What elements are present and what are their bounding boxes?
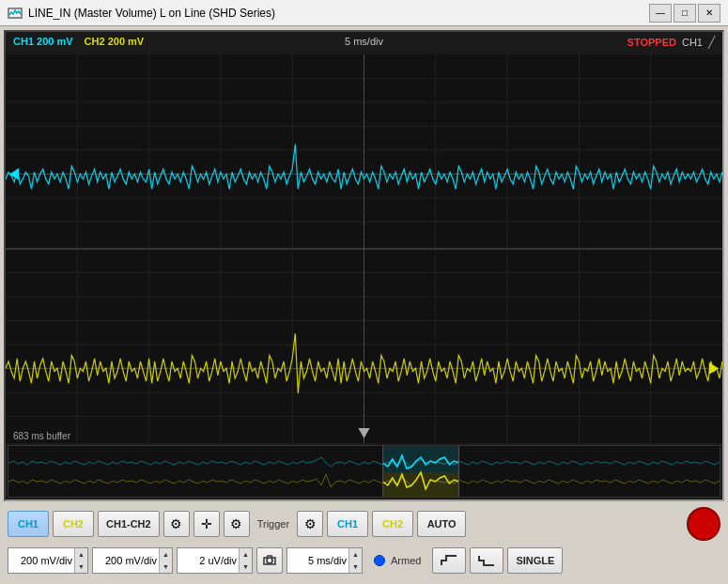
- settings-button[interactable]: ⚙: [163, 511, 190, 537]
- trigger-gear-icon: ⚙: [304, 516, 317, 531]
- close-button[interactable]: ✕: [698, 4, 720, 23]
- ch2-div-spinbox: ▲ ▼: [92, 547, 173, 574]
- controls-row2: ▲ ▼ ▲ ▼ ▲ ▼: [4, 546, 724, 576]
- svg-rect-32: [383, 472, 459, 498]
- ms-div-down[interactable]: ▼: [349, 561, 362, 573]
- armed-text: Armed: [391, 555, 421, 566]
- ms-div-up[interactable]: ▲: [349, 548, 362, 561]
- ms-div-arrows: ▲ ▼: [349, 548, 362, 573]
- app-icon: [8, 6, 23, 21]
- ch1-div-up[interactable]: ▲: [75, 548, 87, 561]
- scope-display: CH1 200 mV CH2 200 mV 5 ms/div STOPPED C…: [4, 30, 724, 501]
- buffer-label: 683 ms buffer: [13, 431, 70, 441]
- ch2-button[interactable]: CH2: [53, 511, 94, 537]
- camera-icon: [262, 552, 277, 570]
- time-div-down[interactable]: ▼: [240, 561, 252, 573]
- time-div-label: 5 ms/div: [345, 36, 383, 47]
- ms-div-input[interactable]: [287, 548, 349, 573]
- armed-dot: [374, 555, 385, 566]
- maximize-button[interactable]: □: [674, 4, 696, 23]
- ch1-button[interactable]: CH1: [8, 511, 49, 537]
- gear2-icon: ⚙: [230, 516, 242, 531]
- ch2-div-input[interactable]: [93, 548, 159, 573]
- title-bar: LINE_IN (Master Volume) L on Line (SHD S…: [0, 0, 728, 26]
- trigger-indicator: ╱: [708, 36, 715, 49]
- falling-edge-button[interactable]: [470, 547, 503, 574]
- window-title: LINE_IN (Master Volume) L on Line (SHD S…: [28, 7, 649, 20]
- ch1-div-spinbox: ▲ ▼: [8, 547, 88, 574]
- channel-labels: CH1 200 mV CH2 200 mV: [13, 36, 144, 47]
- status-labels: STOPPED CH1 ╱: [627, 36, 715, 49]
- ch2-div-arrows: ▲ ▼: [159, 548, 172, 573]
- svg-point-35: [267, 558, 272, 563]
- trigger-label: Trigger: [254, 518, 293, 530]
- mini-overview: [8, 445, 720, 498]
- waveform-area: [6, 54, 722, 443]
- ch1-trigger-button[interactable]: CH1: [327, 511, 368, 537]
- settings2-button[interactable]: ⚙: [224, 511, 250, 537]
- armed-indicator: Armed: [366, 555, 428, 566]
- camera-button[interactable]: [256, 547, 283, 574]
- time-div-arrows: ▲ ▼: [239, 548, 252, 573]
- ch2-trigger-button[interactable]: CH2: [372, 511, 413, 537]
- time-div-input[interactable]: [178, 548, 239, 573]
- record-button[interactable]: [687, 507, 720, 541]
- time-div-up[interactable]: ▲: [240, 548, 252, 561]
- buffer-info: 683 ms buffer: [13, 431, 70, 441]
- ch1-div-input[interactable]: [8, 548, 74, 573]
- trigger-settings-button[interactable]: ⚙: [297, 511, 323, 537]
- ch2-div-up[interactable]: ▲: [160, 548, 172, 561]
- ms-div-spinbox: ▲ ▼: [287, 547, 363, 574]
- ch2-div-down[interactable]: ▼: [160, 561, 172, 573]
- controls-row1: CH1 CH2 CH1-CH2 ⚙ ✛ ⚙ Trigger ⚙ CH1 CH2 …: [4, 505, 724, 543]
- ch1-label: CH1 200 mV: [13, 36, 73, 47]
- svg-rect-30: [8, 446, 720, 498]
- crosshair-icon: ✛: [201, 516, 212, 531]
- ch1-div-arrows: ▲ ▼: [74, 548, 87, 573]
- rising-edge-button[interactable]: [432, 547, 466, 574]
- time-div-spinbox: ▲ ▼: [177, 547, 253, 574]
- main-content: CH1 200 mV CH2 200 mV 5 ms/div STOPPED C…: [0, 26, 728, 584]
- gear-icon: ⚙: [170, 516, 182, 531]
- scope-grid: [6, 54, 722, 443]
- controls-bar: CH1 CH2 CH1-CH2 ⚙ ✛ ⚙ Trigger ⚙ CH1 CH2 …: [4, 505, 724, 580]
- window-controls: — □ ✕: [649, 4, 720, 23]
- stopped-label: STOPPED: [627, 37, 676, 48]
- ch1-status-label: CH1: [682, 37, 703, 48]
- ch1-ch2-button[interactable]: CH1-CH2: [98, 511, 160, 537]
- single-button[interactable]: SINGLE: [507, 547, 563, 574]
- ch2-label: CH2 200 mV: [85, 36, 145, 47]
- svg-rect-31: [383, 446, 459, 472]
- ch1-div-down[interactable]: ▼: [75, 561, 87, 573]
- auto-button[interactable]: AUTO: [417, 511, 466, 537]
- minimize-button[interactable]: —: [649, 4, 672, 23]
- move-button[interactable]: ✛: [194, 511, 220, 537]
